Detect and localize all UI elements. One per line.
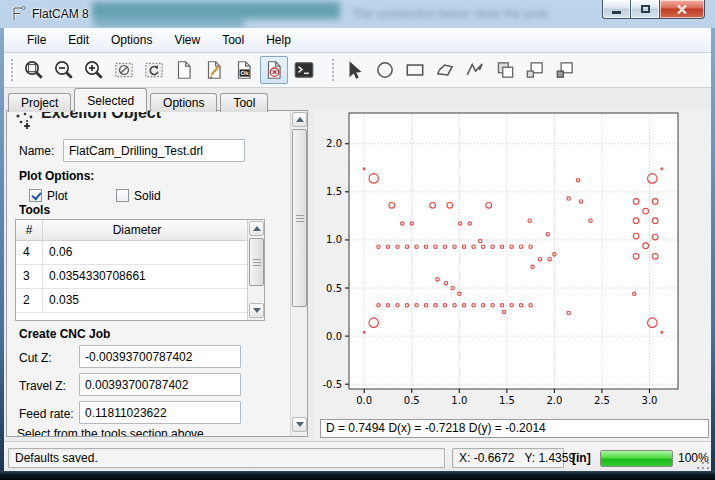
tools-hint-text: Select from the tools section above [17, 427, 204, 437]
accept-file-button[interactable]: Ok [230, 56, 258, 84]
accept-file-icon: Ok [233, 59, 255, 81]
table-row[interactable]: 4 0.06 [16, 241, 264, 265]
grip-icon [296, 218, 304, 219]
new-file-icon [173, 59, 195, 81]
draw-polyline-button[interactable] [461, 56, 489, 84]
move-objects-button[interactable] [521, 56, 549, 84]
replot-icon [143, 59, 165, 81]
menu-bar: File Edit Options View Tool Help [4, 28, 711, 53]
travel-z-input[interactable] [79, 373, 241, 396]
tool-number-cell[interactable]: 4 [16, 241, 43, 264]
menu-file[interactable]: File [16, 29, 57, 51]
svg-text:0.5: 0.5 [404, 395, 420, 406]
feed-rate-input[interactable] [79, 401, 241, 424]
zoom-out-button[interactable] [50, 56, 78, 84]
table-row[interactable]: 3 0.0354330708661 [16, 265, 264, 289]
progress-fill [601, 451, 672, 466]
resize-grip[interactable] [698, 458, 710, 470]
menu-help[interactable]: Help [255, 29, 302, 51]
clear-plot-button[interactable] [110, 56, 138, 84]
tab-tool[interactable]: Tool [220, 93, 268, 112]
edit-file-button[interactable] [200, 56, 228, 84]
window-bottom-border [0, 471, 715, 480]
close-button[interactable] [660, 0, 705, 19]
menu-view[interactable]: View [163, 29, 211, 51]
menu-tool[interactable]: Tool [211, 29, 255, 51]
table-scrollbar[interactable] [247, 220, 264, 320]
plot-checkbox-label: Plot [47, 189, 68, 203]
tool-diameter-cell[interactable]: 0.06 [43, 241, 231, 264]
tool-number-cell[interactable]: 2 [16, 289, 43, 312]
cnc-job-label: Create CNC Job [19, 327, 110, 341]
draw-polygon-button[interactable] [431, 56, 459, 84]
zoom-in-button[interactable] [80, 56, 108, 84]
zoom-fit-button[interactable] [20, 56, 48, 84]
menu-edit[interactable]: Edit [57, 29, 100, 51]
tool-bar: Ok [4, 53, 711, 88]
progress-bar [600, 450, 673, 467]
replot-button[interactable] [140, 56, 168, 84]
tool-number-cell[interactable]: 3 [16, 265, 43, 288]
move-objects-icon [524, 59, 546, 81]
offset-objects-icon [554, 59, 576, 81]
tools-label: Tools [19, 203, 50, 217]
desktop-bleed-blob [94, 19, 244, 27]
chevron-up-icon [296, 117, 304, 122]
window-right-border [711, 28, 715, 471]
tools-table-header[interactable]: # Diameter [16, 220, 264, 241]
offset-objects-button[interactable] [551, 56, 579, 84]
solid-checkbox[interactable] [116, 189, 129, 202]
menu-options[interactable]: Options [100, 29, 163, 51]
plot-canvas[interactable]: 0.00.51.01.52.02.53.0-0.50.00.51.01.52.0 [314, 110, 711, 415]
cut-z-input[interactable] [79, 345, 241, 368]
tab-project[interactable]: Project [8, 93, 71, 112]
scrollbar-thumb[interactable] [249, 238, 264, 286]
svg-text:0.0: 0.0 [326, 331, 342, 342]
title-bar[interactable]: The screenshot below show the prob FlatC… [0, 0, 715, 28]
tab-selected[interactable]: Selected [74, 88, 147, 112]
cursor-x: X: -0.6672 [459, 449, 514, 467]
panel-scrollbar[interactable] [290, 111, 307, 436]
cursor-y: Y: 1.4359 [524, 449, 575, 467]
minimize-icon [612, 11, 621, 14]
minimize-button[interactable] [602, 0, 631, 19]
selected-object-panel: Excellon Object Name: Plot Options: Plot… [6, 110, 308, 437]
scroll-up-button[interactable] [292, 112, 307, 127]
plot-checkbox[interactable] [29, 189, 42, 202]
shell-button[interactable] [290, 56, 318, 84]
table-row[interactable]: 2 0.035 [16, 289, 264, 313]
svg-text:2.0: 2.0 [546, 395, 562, 406]
tool-diameter-cell[interactable]: 0.0354330708661 [43, 265, 231, 288]
svg-text:3.0: 3.0 [642, 395, 658, 406]
name-label: Name: [19, 144, 54, 158]
draw-rectangle-button[interactable] [401, 56, 429, 84]
delete-file-icon [263, 59, 285, 81]
tab-options[interactable]: Options [150, 93, 217, 112]
delete-file-button[interactable] [260, 56, 288, 84]
chevron-up-icon [253, 226, 261, 231]
copy-objects-icon [494, 59, 516, 81]
toolbar-drag-handle[interactable] [332, 59, 335, 81]
scrollbar-thumb[interactable] [292, 129, 307, 307]
copy-objects-button[interactable] [491, 56, 519, 84]
grip-icon [253, 262, 261, 263]
new-file-button[interactable] [170, 56, 198, 84]
travel-z-label: Travel Z: [19, 379, 66, 393]
tool-number-header[interactable]: # [16, 220, 43, 240]
rectangle-tool-icon [404, 59, 426, 81]
toolbar-drag-handle[interactable] [11, 59, 14, 81]
tool-diameter-cell[interactable]: 0.035 [43, 289, 231, 312]
maximize-icon [641, 5, 650, 13]
name-input[interactable] [63, 139, 245, 162]
scroll-down-button[interactable] [292, 417, 307, 432]
maximize-button[interactable] [631, 0, 660, 19]
scroll-up-button[interactable] [249, 221, 264, 236]
svg-text:1.5: 1.5 [499, 395, 515, 406]
window-title: FlatCAM 8 [32, 7, 89, 21]
pointer-tool-button[interactable] [341, 56, 369, 84]
cursor-position-readout: X: -0.6672 Y: 1.4359 [452, 448, 564, 468]
draw-circle-button[interactable] [371, 56, 399, 84]
scroll-down-button[interactable] [249, 303, 264, 318]
diameter-header[interactable]: Diameter [43, 220, 231, 240]
shell-icon [293, 59, 315, 81]
